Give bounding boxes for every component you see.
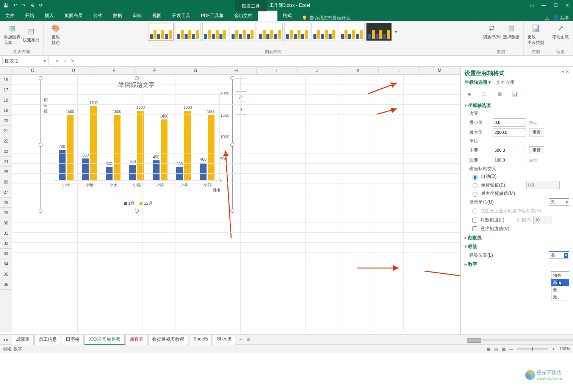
row-22[interactable]: 22	[0, 136, 12, 146]
chart-style-4[interactable]	[230, 23, 255, 41]
tab-design[interactable]: 设计	[258, 10, 277, 21]
text-options-tab[interactable]: 文本选项	[496, 79, 514, 86]
tab-pagelayout[interactable]: 页面布局	[59, 10, 88, 21]
hscroll-thumb[interactable]	[467, 338, 481, 343]
col-F[interactable]: F	[135, 67, 175, 74]
row-headers[interactable]: 1617181920212223242526272829303132333435…	[0, 75, 12, 332]
zoom-out-button[interactable]: —	[509, 347, 514, 351]
chevron-down-icon[interactable]: ▾	[44, 58, 46, 64]
sheet-tab[interactable]: XXX公司销售额	[85, 335, 125, 345]
row-27[interactable]: 27	[0, 187, 12, 198]
row-18[interactable]: 18	[0, 95, 12, 105]
cross-auto-radio[interactable]: 自动(O)	[471, 173, 573, 180]
tell-me[interactable]: 💡告诉我您想要做什么...	[302, 15, 354, 21]
worksheet-grid[interactable]: CDEFGHIJKLM 1617181920212223242526272829…	[0, 67, 460, 334]
row-26[interactable]: 26	[0, 177, 12, 187]
chart-style-8[interactable]	[339, 23, 365, 41]
row-21[interactable]: 21	[0, 126, 12, 136]
cancel-formula-icon[interactable]: ✕	[55, 58, 59, 64]
label-pos-select[interactable]: 高▾	[549, 251, 569, 259]
col-G[interactable]: G	[175, 67, 216, 74]
cross-max-radio[interactable]: 最大坐标轴值(M)	[471, 190, 573, 197]
sect-tickmarks[interactable]: 刻度线	[465, 235, 573, 241]
refresh-icon[interactable]: ⟳	[39, 3, 43, 8]
select-all-corner[interactable]	[0, 67, 13, 74]
close-icon[interactable]: ✕	[565, 3, 569, 8]
row-23[interactable]: 23	[0, 146, 12, 157]
col-I[interactable]: I	[257, 67, 297, 74]
change-chart-type-button[interactable]: 📊更改 图表类型	[528, 23, 544, 45]
row-24[interactable]: 24	[0, 157, 12, 167]
axis-options-tab[interactable]: 坐标轴选项 ▾	[465, 79, 491, 86]
dropdown-opt-high[interactable]: 高	[551, 279, 569, 286]
col-H[interactable]: H	[216, 67, 257, 74]
col-K[interactable]: K	[338, 67, 379, 74]
sheet-tab[interactable]: Sheet5	[189, 335, 212, 345]
row-33[interactable]: 33	[0, 249, 12, 259]
fill-icon[interactable]: ◆	[465, 90, 473, 98]
new-sheet-button[interactable]: ⊕	[247, 337, 250, 342]
sheet-tab[interactable]: Sheet6	[213, 335, 235, 345]
tab-review[interactable]: 审阅	[127, 10, 147, 21]
sheet-tab[interactable]: 数据透视表教程	[148, 335, 188, 345]
row-35[interactable]: 35	[0, 269, 12, 279]
row-32[interactable]: 32	[0, 238, 12, 249]
zoom-level[interactable]: 100%	[559, 347, 570, 351]
tab-file[interactable]: 文件	[0, 10, 20, 21]
chart-style-1[interactable]	[148, 23, 174, 41]
col-L[interactable]: L	[379, 67, 419, 74]
major-input[interactable]	[493, 146, 526, 154]
column-headers[interactable]: CDEFGHIJKLM	[0, 67, 460, 75]
maximize-icon[interactable]: ☐	[554, 3, 558, 8]
log-scale-checkbox[interactable]: 对数刻度(L)基准(B)	[471, 216, 573, 224]
select-data-button[interactable]: ▦选择数据	[503, 23, 520, 40]
tab-home[interactable]: 开始	[20, 10, 39, 21]
reset-major-button[interactable]: 重置	[529, 146, 544, 154]
sect-axis-options[interactable]: 坐标轴选项	[465, 102, 573, 109]
col-C[interactable]: C	[13, 67, 53, 74]
tab-data[interactable]: 数据	[108, 10, 127, 21]
reverse-order-checkbox[interactable]: 逆序刻度值(V)	[471, 225, 573, 232]
row-28[interactable]: 28	[0, 198, 12, 208]
min-input[interactable]	[493, 118, 526, 127]
tab-view[interactable]: 视图	[147, 10, 167, 21]
add-chart-element-button[interactable]: ▦添加图表 元素	[4, 23, 20, 45]
minor-input[interactable]	[493, 156, 526, 164]
row-17[interactable]: 17	[0, 85, 12, 95]
chart-style-5[interactable]	[257, 23, 283, 41]
warning-icon[interactable]: ⚠	[545, 16, 549, 21]
tab-devtools[interactable]: 开发工具	[167, 10, 196, 21]
view-pagebreak-icon[interactable]: ▥	[502, 347, 506, 351]
cross-value-radio[interactable]: 坐标轴值(E)	[471, 181, 573, 189]
reset-max-button[interactable]: 重置	[529, 129, 544, 136]
zoom-slider[interactable]	[517, 348, 548, 350]
redo-icon[interactable]: ↷	[22, 3, 25, 8]
label-pos-dropdown[interactable]: 轴旁 高 低 无	[551, 271, 569, 301]
sheet-tab[interactable]: 员工信息	[34, 335, 61, 345]
undo-icon[interactable]: ↶	[13, 3, 17, 8]
axis-icon[interactable]: 📊	[511, 90, 518, 98]
fx-icon[interactable]: fx	[70, 58, 74, 64]
save-icon[interactable]: 💾	[3, 3, 9, 8]
view-pagelayout-icon[interactable]: ▤	[494, 347, 498, 351]
row-36[interactable]: 36	[0, 279, 12, 290]
col-D[interactable]: D	[53, 67, 94, 74]
cells-area[interactable]: 举例标题文字 销 售 额 700150050017003001500350160…	[12, 75, 460, 332]
dropdown-opt-low[interactable]: 低	[551, 286, 569, 293]
tab-pdf[interactable]: PDF工具集	[196, 10, 229, 21]
chart-style-9[interactable]	[366, 23, 392, 41]
switch-row-col-button[interactable]: ⇄切换行/列	[483, 23, 501, 40]
share-button[interactable]: 👤共享	[553, 15, 569, 21]
row-19[interactable]: 19	[0, 105, 12, 116]
size-icon[interactable]: ▦	[496, 90, 503, 98]
dropdown-opt-none[interactable]: 无	[551, 293, 569, 301]
ribbon-options-icon[interactable]: ▭	[530, 3, 534, 8]
sheet-tab[interactable]: 田字格	[62, 335, 84, 345]
effects-icon[interactable]: ⬠	[481, 90, 488, 98]
row-16[interactable]: 16	[0, 75, 12, 85]
chart-style-3[interactable]	[202, 23, 228, 41]
col-M[interactable]: M	[420, 67, 460, 74]
display-unit-select[interactable]: 无▾	[549, 198, 569, 206]
max-input[interactable]	[493, 128, 526, 136]
col-E[interactable]: E	[94, 67, 135, 74]
